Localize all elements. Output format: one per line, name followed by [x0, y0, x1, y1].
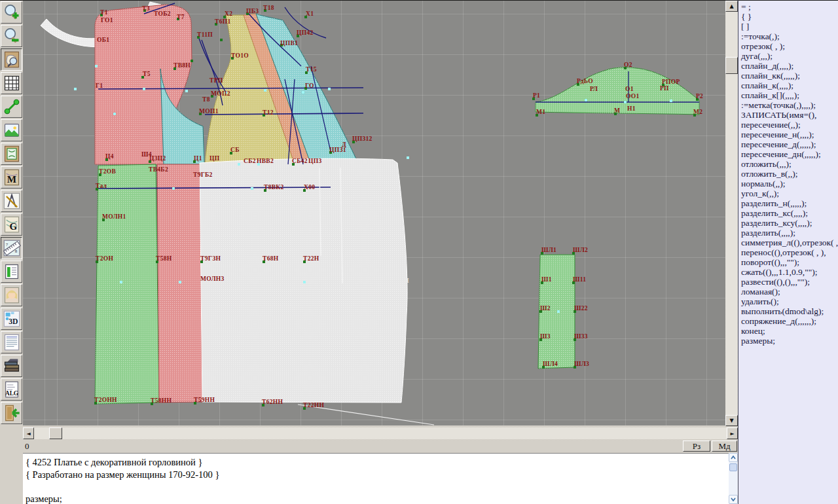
text-list-button[interactable]: [1, 331, 22, 353]
vscroll-thumb[interactable]: [725, 57, 738, 74]
command-item[interactable]: перенос((),отрезок( , ),: [741, 247, 838, 257]
library-books-button[interactable]: [1, 355, 22, 377]
command-item[interactable]: разделить_ксу(,,,,);: [741, 218, 838, 228]
svg-text:Г1: Г1: [96, 82, 103, 89]
model-photo-button[interactable]: [1, 284, 22, 306]
svg-text:7: 7: [5, 242, 8, 247]
measure-button[interactable]: [1, 96, 22, 118]
grid-button[interactable]: [1, 72, 22, 94]
svg-text:ТВ4Б2: ТВ4Б2: [149, 166, 168, 173]
command-item[interactable]: пересечение_дн(,,,,,);: [741, 149, 838, 159]
arrow-left-icon[interactable]: ◄: [23, 427, 34, 439]
svg-text:Т7: Т7: [177, 14, 185, 20]
md-button[interactable]: Мд: [712, 441, 737, 452]
pattern-sheet-icon: [3, 145, 21, 163]
code-editor[interactable]: { 4252 Платье с декоративной горловиной …: [23, 453, 729, 504]
svg-text:Т9ГБ2: Т9ГБ2: [193, 171, 213, 178]
svg-text:Т2ОН: Т2ОН: [96, 255, 113, 262]
svg-text:Т1: Т1: [100, 9, 108, 16]
command-item[interactable]: [ ]: [741, 22, 838, 31]
size-table-button[interactable]: [1, 261, 22, 283]
svg-text:МОЛН3: МОЛН3: [200, 276, 225, 282]
pattern-m-button[interactable]: M: [1, 166, 22, 189]
command-item[interactable]: конец;: [741, 326, 838, 336]
zoom-out-icon: [3, 27, 21, 45]
exit-button[interactable]: [1, 402, 22, 424]
command-item[interactable]: пересечение_д(,,,,,);: [741, 139, 838, 149]
pattern-preview-button[interactable]: [1, 48, 22, 71]
command-item[interactable]: поворот((),,,"");: [741, 257, 838, 267]
command-item[interactable]: :=точка(,);: [741, 31, 838, 41]
svg-text:РдЬО: РдЬО: [577, 78, 593, 84]
arrow-down-icon[interactable]: ▼: [725, 415, 738, 426]
svg-text:Ц4: Ц4: [105, 153, 114, 160]
drawing-canvas[interactable]: Т1ГО1ОБ1Т3ТОБ2Т7Т5Г1ТВ8НХ2Т6П1Т11ППБ3Т18…: [23, 0, 725, 425]
command-item[interactable]: сплайн_к[](,,,,);: [741, 90, 838, 100]
arrow-down-icon[interactable]: [729, 495, 738, 504]
hscroll-thumb[interactable]: [49, 427, 62, 439]
svg-text:СБ42: СБ42: [292, 158, 308, 164]
svg-text:ТВ8Н: ТВ8Н: [173, 62, 191, 69]
pattern-canvas[interactable]: Т1ГО1ОБ1Т3ТОБ2Т7Т5Г1ТВ8НХ2Т6П1Т11ППБ3Т18…: [23, 1, 725, 425]
view-3d-icon: 3D: [3, 310, 21, 328]
command-item[interactable]: размеры;: [741, 336, 838, 346]
command-item[interactable]: сжать((),,,1.1,0.9,"");: [741, 267, 838, 277]
command-item[interactable]: отрезок( , );: [741, 41, 838, 51]
arrow-right-icon[interactable]: ►: [727, 427, 738, 439]
hscroll-track[interactable]: [23, 427, 738, 439]
command-item[interactable]: пересечение(,,);: [741, 120, 838, 130]
grid-icon: [3, 74, 21, 92]
command-item[interactable]: дуга(,,,);: [741, 51, 838, 61]
command-item[interactable]: отложить_в(,,);: [741, 169, 838, 179]
command-item[interactable]: развести((),(),,,"");: [741, 277, 838, 287]
library-books-icon: [3, 357, 21, 375]
command-item[interactable]: пересечение_н(,,,,);: [741, 130, 838, 139]
svg-text:Х2: Х2: [225, 10, 232, 17]
command-item[interactable]: сопряжение_д(,,,,,,);: [741, 316, 838, 326]
command-item[interactable]: ЗАПИСАТЬ(имя=(),: [741, 110, 838, 120]
command-item[interactable]: сплайн_д(,,,,);: [741, 61, 838, 71]
zoom-out-button[interactable]: [1, 25, 22, 47]
draw-tools-button[interactable]: [1, 190, 22, 212]
svg-text:СБ2: СБ2: [244, 158, 256, 164]
alg-document-button[interactable]: ALG: [1, 378, 22, 401]
command-item[interactable]: выполнить(dmod\alg);: [741, 306, 838, 316]
command-item[interactable]: разделить_н(,,,,,);: [741, 198, 838, 208]
ruler-button[interactable]: 87: [1, 237, 22, 259]
pattern-sheet-button[interactable]: [1, 143, 22, 165]
svg-text:ЦП42: ЦП42: [297, 29, 313, 36]
command-item[interactable]: нормаль(,,);: [741, 179, 838, 189]
command-item[interactable]: симметрия_л((),отрезок( , ),: [741, 238, 838, 247]
svg-text:МОП1: МОП1: [199, 108, 219, 115]
command-item[interactable]: сплайн_к(,,,,);: [741, 81, 838, 90]
svg-text:Т12: Т12: [263, 109, 274, 116]
editor-scroll-thumb[interactable]: [729, 463, 737, 471]
svg-text:Ш22: Ш22: [574, 305, 588, 312]
svg-text:Ш1: Ш1: [541, 276, 552, 283]
view-3d-button[interactable]: 3D: [1, 308, 22, 330]
command-item[interactable]: угол_к(,,);: [741, 189, 838, 198]
command-item[interactable]: разделить_кс(,,,,);: [741, 208, 838, 218]
command-item[interactable]: { }: [741, 12, 838, 22]
canvas-horizontal-scrollbar[interactable]: ◄ ►: [23, 427, 738, 439]
command-item[interactable]: разделить(,,,,);: [741, 228, 838, 238]
image-view-button[interactable]: [1, 119, 22, 141]
svg-text:Д: Д: [342, 141, 346, 148]
svg-text:Т15: Т15: [306, 66, 317, 73]
arrow-up-icon[interactable]: ▲: [725, 1, 738, 12]
arrow-up-icon[interactable]: [729, 453, 738, 462]
command-item[interactable]: отложить(,,,);: [741, 159, 838, 169]
command-item[interactable]: = ;: [741, 2, 838, 12]
command-item[interactable]: сплайн_кк(,,,,,);: [741, 71, 838, 81]
text-list-icon: [3, 333, 21, 351]
command-item[interactable]: удалить();: [741, 297, 838, 306]
editor-scrollbar[interactable]: [729, 453, 738, 504]
rz-button[interactable]: Рз: [683, 441, 710, 452]
command-item[interactable]: :=метка(точка(,),,,,);: [741, 100, 838, 110]
pattern-g-button[interactable]: G: [1, 213, 22, 236]
zoom-in-button[interactable]: [1, 1, 22, 24]
svg-text:РП: РП: [660, 85, 669, 92]
command-item[interactable]: ломаная();: [741, 287, 838, 297]
canvas-vertical-scrollbar[interactable]: ▲ ▼: [725, 0, 738, 425]
toolbar: MG873DALG: [0, 0, 23, 504]
